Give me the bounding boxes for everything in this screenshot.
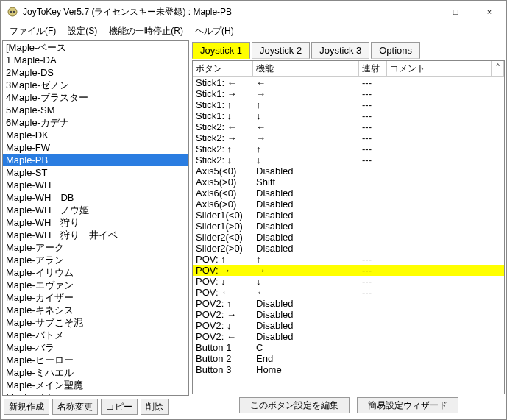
- cell-rapid: [359, 243, 387, 254]
- menu-file[interactable]: ファイル(F): [4, 24, 62, 39]
- profile-item[interactable]: Maple-バトメ: [3, 329, 188, 341]
- table-row[interactable]: POV: ↓↓---: [193, 276, 504, 287]
- profile-item[interactable]: 2Maple-DS: [3, 66, 188, 79]
- minimize-button[interactable]: —: [405, 1, 439, 23]
- profile-item[interactable]: Maple-ST: [3, 166, 188, 179]
- scroll-up-icon[interactable]: ^: [492, 61, 504, 76]
- profile-item[interactable]: Maple-FW: [3, 141, 188, 154]
- delete-button[interactable]: 削除: [141, 399, 169, 415]
- tab-options[interactable]: Options: [371, 42, 420, 59]
- cell-rapid: [359, 221, 387, 232]
- profile-item[interactable]: 6Maple-カデナ: [3, 116, 188, 129]
- table-row[interactable]: Button 1C: [193, 342, 504, 353]
- mapping-table[interactable]: Stick1: ←←---Stick1: →→---Stick1: ↑↑---S…: [193, 77, 504, 394]
- menu-bar: ファイル(F) 設定(S) 機能の一時停止(R) ヘルプ(H): [1, 23, 506, 39]
- table-row[interactable]: POV: ←←---: [193, 287, 504, 298]
- table-row[interactable]: Axis5(>0)Shift: [193, 177, 504, 188]
- table-row[interactable]: Stick2: ↓↓---: [193, 154, 504, 165]
- table-row[interactable]: Axis6(<0)Disabled: [193, 188, 504, 199]
- table-row[interactable]: POV: →→---: [193, 265, 504, 276]
- cell-button: Button 1: [193, 342, 253, 353]
- table-row[interactable]: Axis5(<0)Disabled: [193, 165, 504, 177]
- table-row[interactable]: Slider2(>0)Disabled: [193, 243, 504, 254]
- profile-item[interactable]: Maple-アーク: [3, 241, 188, 254]
- table-row[interactable]: POV: ↑↑---: [193, 254, 504, 265]
- col-function[interactable]: 機能: [253, 61, 359, 76]
- col-comment[interactable]: コメント: [387, 61, 492, 76]
- table-row[interactable]: Stick1: ↓↓---: [193, 110, 504, 121]
- rename-button[interactable]: 名称変更: [52, 399, 98, 415]
- profile-item[interactable]: [Maple-ベース: [3, 41, 188, 54]
- cell-function: →: [253, 132, 359, 143]
- cell-button: Stick2: →: [193, 132, 253, 143]
- menu-pause[interactable]: 機能の一時停止(R): [103, 24, 189, 39]
- new-button[interactable]: 新規作成: [4, 399, 49, 415]
- profile-item[interactable]: Maple-バラ: [3, 341, 188, 354]
- table-row[interactable]: Stick1: →→---: [193, 88, 504, 99]
- table-row[interactable]: Stick1: ↑↑---: [193, 99, 504, 110]
- table-row[interactable]: Button 3Home: [193, 364, 504, 375]
- cell-comment: [387, 210, 504, 221]
- tab-joystick-1[interactable]: Joystick 1: [192, 42, 250, 59]
- cell-button: Axis6(<0): [193, 188, 253, 199]
- profile-item[interactable]: Maple-WH 狩り: [3, 216, 188, 229]
- edit-button[interactable]: このボタン設定を編集: [239, 397, 350, 413]
- cell-rapid: ---: [359, 276, 387, 287]
- maximize-button[interactable]: □: [439, 1, 472, 23]
- profile-item[interactable]: Maple-メイン聖魔: [3, 379, 188, 391]
- profile-item[interactable]: Maple-WH DB: [3, 191, 188, 204]
- table-row[interactable]: Stick2: →→---: [193, 132, 504, 143]
- table-row[interactable]: Slider1(>0)Disabled: [193, 221, 504, 232]
- cell-button: Slider1(>0): [193, 221, 253, 232]
- profile-item[interactable]: Maple-PB: [3, 154, 188, 166]
- profile-item[interactable]: Maple-キネシス: [3, 304, 188, 316]
- wizard-button[interactable]: 簡易設定ウィザード: [357, 397, 458, 413]
- col-rapid[interactable]: 連射: [359, 61, 387, 76]
- profile-item[interactable]: Maple-DK: [3, 129, 188, 141]
- table-row[interactable]: POV2: ↓Disabled: [193, 320, 504, 331]
- table-row[interactable]: Stick1: ←←---: [193, 77, 504, 88]
- cell-rapid: [359, 342, 387, 353]
- cell-comment: [387, 276, 504, 287]
- profile-item[interactable]: Maple-アラン: [3, 254, 188, 266]
- table-row[interactable]: Stick2: ↑↑---: [193, 143, 504, 154]
- menu-settings[interactable]: 設定(S): [62, 24, 103, 39]
- col-button[interactable]: ボタン: [193, 61, 253, 76]
- table-row[interactable]: POV2: ↑Disabled: [193, 298, 504, 309]
- cell-function: Disabled: [253, 210, 359, 221]
- profile-item[interactable]: 5Maple-SM: [3, 104, 188, 116]
- profile-item[interactable]: Maple-イリウム: [3, 266, 188, 279]
- copy-button[interactable]: コピー: [101, 399, 138, 415]
- table-row[interactable]: Axis6(>0)Disabled: [193, 199, 504, 210]
- tab-joystick-2[interactable]: Joystick 2: [252, 42, 310, 59]
- menu-help[interactable]: ヘルプ(H): [189, 24, 240, 39]
- profile-item[interactable]: Maple-ヒーロー: [3, 354, 188, 366]
- profile-item[interactable]: Maple-WH ノウ姫: [3, 204, 188, 216]
- profile-item[interactable]: 3Maple-ゼノン: [3, 79, 188, 91]
- profile-item[interactable]: Maple-エヴァン: [3, 279, 188, 291]
- cell-comment: [387, 309, 504, 320]
- table-row[interactable]: Slider2(<0)Disabled: [193, 232, 504, 243]
- profile-item[interactable]: 1 Maple-DA: [3, 54, 188, 66]
- table-row[interactable]: Slider1(<0)Disabled: [193, 210, 504, 221]
- cell-comment: [387, 77, 504, 88]
- table-row[interactable]: POV2: ←Disabled: [193, 331, 504, 342]
- profile-item[interactable]: Maple-サブこそ泥: [3, 316, 188, 329]
- profile-item[interactable]: Maple-WH: [3, 179, 188, 191]
- profile-item[interactable]: 4Maple-ブラスター: [3, 91, 188, 104]
- table-row[interactable]: Button 2End: [193, 353, 504, 364]
- close-button[interactable]: ×: [472, 1, 506, 23]
- cell-comment: [387, 165, 504, 177]
- tab-joystick-3[interactable]: Joystick 3: [311, 42, 369, 59]
- profile-item[interactable]: Maple-カイザー: [3, 291, 188, 304]
- cell-function: Disabled: [253, 331, 359, 342]
- profile-item[interactable]: Maple-WH 狩り 井イベ: [3, 229, 188, 241]
- cell-comment: [387, 110, 504, 121]
- table-row[interactable]: POV2: →Disabled: [193, 309, 504, 320]
- profile-item[interactable]: Maple-ミハエル: [3, 366, 188, 379]
- profile-list[interactable]: [Maple-ベース1 Maple-DA2Maple-DS3Maple-ゼノン4…: [2, 40, 189, 396]
- cell-function: Disabled: [253, 232, 359, 243]
- cell-comment: [387, 342, 504, 353]
- cell-function: ↓: [253, 110, 359, 121]
- table-row[interactable]: Stick2: ←←---: [193, 121, 504, 132]
